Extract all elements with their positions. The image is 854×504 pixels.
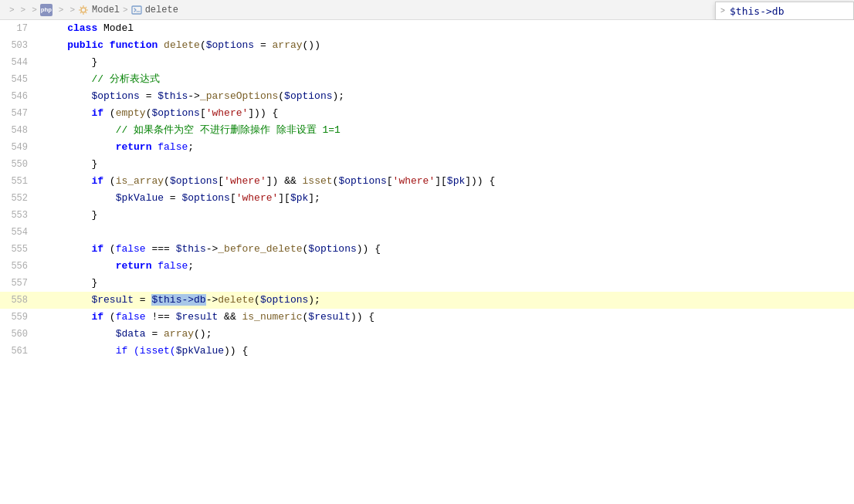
line-content-561: if (isset($pkValue)) { — [37, 343, 854, 360]
code-line-503: 503 public function delete($options = ar… — [0, 37, 854, 54]
line-number-503: 503 — [0, 37, 37, 54]
breadcrumb-bar: > > > php > > Model > delete > — [0, 0, 854, 20]
code-line-555: 555 if (false === $this->_before_delete(… — [0, 241, 854, 258]
line-number-546: 546 — [0, 88, 37, 105]
line-number-552: 552 — [0, 190, 37, 207]
breadcrumb-delete[interactable]: delete — [145, 5, 178, 15]
line-number-548: 548 — [0, 122, 37, 139]
line-number-545: 545 — [0, 71, 37, 88]
line-number-549: 549 — [0, 139, 37, 156]
line-number-557: 557 — [0, 275, 37, 292]
line-number-547: 547 — [0, 105, 37, 122]
line-number-559: 559 — [0, 309, 37, 326]
line-content-548: // 如果条件为空 不进行删除操作 除非设置 1=1 — [37, 122, 854, 139]
line-content-555: if (false === $this->_before_delete($opt… — [37, 241, 854, 258]
line-number-550: 550 — [0, 156, 37, 173]
line-content-552: $pkValue = $options['where'][$pk]; — [37, 190, 854, 207]
line-number-560: 560 — [0, 326, 37, 343]
search-chevron-icon[interactable]: > — [720, 7, 725, 15]
breadcrumb-sep-3: > — [32, 5, 37, 15]
breadcrumb-model[interactable]: Model — [92, 5, 120, 15]
code-line-548: 548 // 如果条件为空 不进行删除操作 除非设置 1=1 — [0, 122, 854, 139]
code-line-559: 559 if (false !== $result && is_numeric(… — [0, 309, 854, 326]
code-line-546: 546 $options = $this->_parseOptions($opt… — [0, 88, 854, 105]
line-content-547: if (empty($options['where'])) { — [37, 105, 854, 122]
code-line-544: 544 } — [0, 54, 854, 71]
breadcrumb-sep-5: > — [69, 5, 75, 15]
svg-rect-1 — [132, 6, 141, 14]
php-icon: php — [40, 4, 53, 16]
line-content-560: $data = array(); — [37, 326, 854, 343]
line-number-553: 553 — [0, 207, 37, 224]
line-content-557: } — [37, 275, 854, 292]
line-number-561: 561 — [0, 343, 37, 360]
code-line-545: 545 // 分析表达式 — [0, 71, 854, 88]
line-number-558: 558 — [0, 292, 37, 309]
line-content-17: class Model — [37, 20, 854, 37]
code-editor: 17 class Model503 public function delete… — [0, 20, 854, 504]
code-line-17: 17 class Model — [0, 20, 854, 37]
code-line-556: 556 return false; — [0, 258, 854, 275]
code-line-554: 554 — [0, 224, 854, 241]
line-content-545: // 分析表达式 — [37, 71, 854, 88]
method-icon — [131, 5, 142, 15]
code-line-547: 547 if (empty($options['where'])) { — [0, 105, 854, 122]
line-content-546: $options = $this->_parseOptions($options… — [37, 88, 854, 105]
code-line-561: 561 if (isset($pkValue)) { — [0, 343, 854, 360]
line-content-549: return false; — [37, 139, 854, 156]
code-line-557: 557 } — [0, 275, 854, 292]
line-content-550: } — [37, 156, 854, 173]
line-content-556: return false; — [37, 258, 854, 275]
code-line-558: 558 $result = $this->db->delete($options… — [0, 292, 854, 309]
line-content-559: if (false !== $result && is_numeric($res… — [37, 309, 854, 326]
line-content-553: } — [37, 207, 854, 224]
line-number-551: 551 — [0, 173, 37, 190]
svg-point-0 — [81, 8, 86, 12]
line-number-556: 556 — [0, 258, 37, 275]
search-input[interactable] — [730, 5, 822, 17]
line-content-558: $result = $this->db->delete($options); — [37, 292, 854, 309]
line-number-555: 555 — [0, 241, 37, 258]
breadcrumb-sep-2: > — [21, 5, 26, 15]
line-content-551: if (is_array($options['where']) && isset… — [37, 173, 854, 190]
breadcrumb-sep-4: > — [59, 5, 64, 15]
code-line-560: 560 $data = array(); — [0, 326, 854, 343]
line-number-554: 554 — [0, 224, 37, 241]
line-number-17: 17 — [0, 20, 37, 37]
breadcrumb-sep-6: > — [123, 5, 128, 15]
class-icon — [78, 5, 89, 15]
line-content-544: } — [37, 54, 854, 71]
code-line-551: 551 if (is_array($options['where']) && i… — [0, 173, 854, 190]
code-line-549: 549 return false; — [0, 139, 854, 156]
search-bar[interactable]: > — [715, 2, 854, 20]
code-line-552: 552 $pkValue = $options['where'][$pk]; — [0, 190, 854, 207]
line-number-544: 544 — [0, 54, 37, 71]
line-content-503: public function delete($options = array(… — [37, 37, 854, 54]
code-line-553: 553 } — [0, 207, 854, 224]
code-line-550: 550 } — [0, 156, 854, 173]
breadcrumb-sep-1: > — [9, 5, 15, 15]
